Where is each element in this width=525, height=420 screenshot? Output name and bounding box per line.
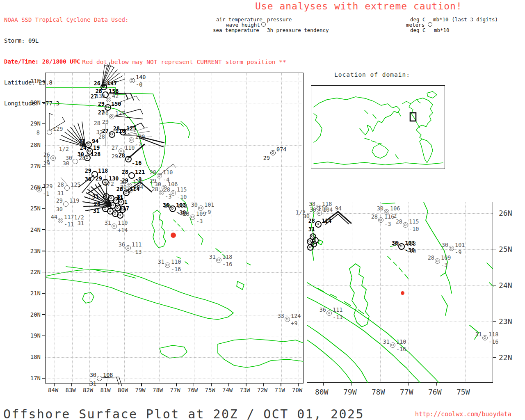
station-value-p: 147 bbox=[107, 81, 117, 86]
longitude-tick bbox=[323, 383, 324, 386]
station-value-p: 125 bbox=[71, 182, 80, 187]
longitude-axis-label: 75W bbox=[457, 388, 470, 396]
caution-banner: Use analyses with extreme caution! bbox=[255, 1, 462, 11]
station-value-p: 117 bbox=[64, 215, 74, 220]
station-circle-icon bbox=[73, 159, 78, 164]
station-value-t: 26 bbox=[94, 81, 100, 86]
station-value-d: +9 bbox=[291, 321, 297, 326]
station-value-t: 28 bbox=[308, 218, 315, 224]
station-value-p: 120 bbox=[135, 134, 145, 139]
latitude-axis-label: 27N bbox=[27, 163, 41, 169]
station-value-t: 33 bbox=[278, 313, 284, 319]
station-value-p: 101 bbox=[204, 202, 214, 208]
station-value-s: 30 bbox=[56, 207, 63, 212]
station-value-t: 31 bbox=[105, 220, 111, 226]
longitude-axis-label: 75W bbox=[205, 387, 215, 393]
station-value-p: 129 bbox=[43, 184, 52, 189]
station-value-d: -3 bbox=[384, 221, 391, 227]
longitude-axis-label: 76W bbox=[187, 387, 198, 393]
station-value-t: 29 bbox=[98, 101, 105, 107]
station-value-t: 30 bbox=[63, 161, 69, 166]
longitude-tick bbox=[465, 383, 466, 386]
latitude-gridline bbox=[46, 272, 303, 273]
legend-sea-label: sea temperature bbox=[213, 27, 259, 33]
longitude-axis-label: 72W bbox=[257, 387, 267, 393]
latitude-tick bbox=[42, 229, 45, 230]
longitude-tick bbox=[141, 383, 142, 386]
station-value-s: 29 bbox=[43, 161, 50, 166]
latitude-gridline bbox=[46, 294, 303, 294]
latitude-axis-label: 25N bbox=[27, 205, 41, 212]
station-value-t: 31 bbox=[383, 339, 390, 345]
station-value-p: 110 bbox=[171, 259, 181, 265]
longitude-gridline bbox=[229, 73, 229, 383]
longitude-tick bbox=[71, 383, 72, 386]
station-value-d: -16 bbox=[396, 347, 406, 352]
longitude-gridline bbox=[299, 73, 299, 383]
station-value-t: 30 bbox=[164, 203, 171, 209]
station-value-p: 119 bbox=[69, 198, 79, 203]
latitude-tick bbox=[493, 321, 496, 322]
longitude-tick bbox=[352, 383, 352, 386]
longitude-gridline bbox=[264, 73, 264, 383]
longitude-tick bbox=[228, 383, 229, 386]
latitude-gridline bbox=[307, 358, 493, 358]
station-value-d: -7 bbox=[135, 142, 142, 147]
longitude-axis-label: 78W bbox=[153, 387, 163, 393]
station-value-p: 42 bbox=[112, 94, 119, 99]
latitude-gridline bbox=[46, 103, 303, 103]
station-value-d: -3 bbox=[165, 194, 171, 199]
noaa-data-used-line: NOAA SSD Tropical Cyclone Data Used: bbox=[4, 16, 128, 23]
station-value-t: 31 bbox=[158, 259, 164, 265]
station-value-t: 28 bbox=[98, 134, 105, 139]
latitude-tick bbox=[42, 272, 45, 273]
plot-title: Offshore Surface Plot at 20Z / OCT 01, 2… bbox=[3, 407, 364, 420]
longitude-tick bbox=[124, 383, 125, 386]
station-value-t: 30 bbox=[442, 242, 448, 248]
latitude-gridline bbox=[307, 285, 493, 286]
longitude-axis-label: 80W bbox=[118, 387, 128, 393]
latitude-gridline bbox=[46, 230, 303, 231]
station-value-p: 108 bbox=[103, 372, 113, 378]
latitude-axis-label: 24N bbox=[27, 226, 41, 233]
station-value-d: -11 bbox=[64, 222, 74, 227]
station-value-p: 074 bbox=[276, 147, 286, 152]
latitude-tick bbox=[42, 251, 45, 251]
longitude-axis-label: 77W bbox=[400, 388, 413, 396]
longitude-gridline bbox=[194, 73, 194, 383]
storm-id-line: Storm: 09L bbox=[4, 37, 128, 44]
latitude-tick bbox=[493, 285, 496, 286]
world-locator-map bbox=[311, 85, 445, 169]
station-value-t: 27 bbox=[112, 145, 118, 151]
latitude-gridline bbox=[46, 251, 303, 252]
station-value-s: 31 bbox=[90, 381, 96, 386]
station-value-p: 114 bbox=[322, 218, 331, 224]
station-value-p: 118 bbox=[98, 168, 108, 173]
station-value-d: -16 bbox=[488, 339, 498, 345]
longitude-tick bbox=[380, 383, 381, 386]
station-value-p: 110 bbox=[163, 170, 173, 175]
longitude-axis-label: 79W bbox=[135, 387, 146, 393]
station-value-p: 116 bbox=[115, 128, 125, 134]
station-value-p: 124 bbox=[291, 313, 301, 319]
station-value-s: 29 bbox=[102, 119, 109, 125]
station-value-t: 29 bbox=[96, 176, 102, 181]
station-value-d: -1 bbox=[43, 191, 49, 196]
longitude-tick bbox=[436, 383, 437, 386]
longitude-gridline bbox=[72, 73, 73, 383]
legend-pressure-units: mb*10 (last 3 digits) bbox=[433, 17, 498, 23]
legend-units-circle-icon bbox=[428, 22, 432, 27]
station-value-d: -9 bbox=[455, 250, 461, 255]
station-value-t: 28 bbox=[152, 187, 158, 192]
latitude-tick bbox=[42, 187, 45, 188]
station-value-p: 125 bbox=[126, 126, 136, 131]
latitude-axis-label: 23N bbox=[27, 248, 41, 254]
station-value-t: 117 bbox=[119, 206, 129, 211]
longitude-axis-label: 76W bbox=[428, 388, 442, 396]
domain-inset-title: Location of domain: bbox=[334, 71, 410, 78]
station-value-t: 28 bbox=[371, 214, 378, 219]
latitude-axis-label: 31N bbox=[27, 78, 41, 84]
station-value-t: 28 bbox=[57, 182, 64, 187]
station-value-t: 36 bbox=[119, 242, 125, 247]
station-value-s: 29 bbox=[112, 154, 118, 159]
